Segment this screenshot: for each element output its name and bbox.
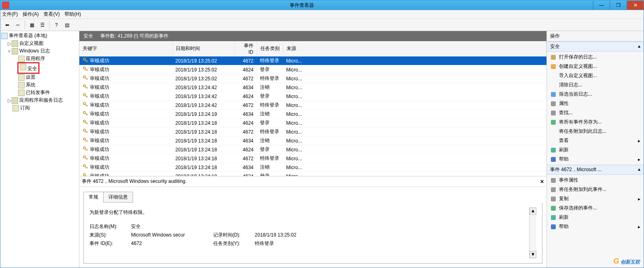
detail-log-name-label: 日志名称(M): bbox=[89, 223, 130, 230]
action-item[interactable]: 导入自定义视图... bbox=[547, 71, 644, 80]
actions-section-event[interactable]: 事件 4672，Microsoft ...▴ bbox=[547, 165, 644, 175]
table-row[interactable]: 审核成功2018/1/19 13:24:424624登录Micro... bbox=[79, 92, 546, 101]
maximize-button[interactable]: ❐ bbox=[610, 1, 627, 10]
tree-security-highlighted[interactable]: 安全 bbox=[18, 63, 39, 73]
tree-forwarded[interactable]: 已转发事件 bbox=[26, 89, 50, 96]
action-label: 帮助 bbox=[559, 223, 569, 230]
key-icon bbox=[83, 75, 88, 81]
open-icon bbox=[550, 54, 557, 61]
twisty-icon[interactable]: ▿ bbox=[7, 48, 12, 54]
col-source[interactable]: 来源 bbox=[283, 41, 546, 57]
scroll-up-icon[interactable]: ▲ bbox=[530, 207, 536, 215]
table-row[interactable]: 审核成功2018/1/19 13:24:184624登录Micro... bbox=[79, 119, 546, 128]
action-label: 打开保存的日志... bbox=[559, 54, 597, 61]
close-button[interactable]: ✕ bbox=[627, 1, 644, 10]
tab-general[interactable]: 常规 bbox=[83, 192, 104, 203]
action-item[interactable]: 帮助▸ bbox=[547, 222, 644, 231]
action-item[interactable]: 保存选择的事件... bbox=[547, 203, 644, 213]
key-icon bbox=[83, 173, 88, 176]
key-icon bbox=[83, 128, 88, 134]
properties-button[interactable]: ☰ bbox=[38, 21, 47, 29]
action-item[interactable]: 筛选当前日志... bbox=[547, 90, 644, 99]
table-row[interactable]: 审核成功2018/1/19 13:24:184634注销Micro... bbox=[79, 136, 546, 145]
col-category[interactable]: 任务类别 bbox=[257, 41, 283, 57]
action-label: 刷新 bbox=[559, 214, 569, 221]
show-tree-button[interactable]: ▦ bbox=[27, 21, 36, 29]
tree-subscriptions[interactable]: 订阅 bbox=[20, 105, 30, 111]
tree-windows-logs[interactable]: Windows 日志 bbox=[19, 48, 50, 54]
events-grid[interactable]: 关键字 日期和时间 事件 ID 任务类别 来源 审核成功2018/1/19 13… bbox=[79, 41, 546, 176]
action-item[interactable]: 刷新 bbox=[547, 213, 644, 222]
scroll-down-icon[interactable]: ▼ bbox=[530, 251, 536, 258]
action-item[interactable]: 刷新 bbox=[547, 145, 644, 155]
action-label: 查看 bbox=[559, 137, 569, 144]
table-row[interactable]: 审核成功2018/1/19 13:24:424672特殊登录Micro... bbox=[79, 101, 546, 110]
action-label: 属性 bbox=[559, 100, 569, 107]
svg-rect-20 bbox=[551, 111, 556, 115]
col-event-id[interactable]: 事件 ID bbox=[235, 41, 257, 57]
menu-action[interactable]: 操作(A) bbox=[23, 11, 39, 18]
action-label: 将所有事件另存为... bbox=[559, 119, 602, 126]
refresh-button[interactable]: ▤ bbox=[62, 21, 71, 29]
actions-pane: 操作 安全▴ 打开保存的日志...创建自定义视图...导入自定义视图...清除日… bbox=[547, 31, 644, 268]
action-item[interactable]: 创建自定义视图... bbox=[547, 62, 644, 71]
back-button[interactable]: ⬅ bbox=[3, 21, 12, 29]
detail-scrollbar[interactable]: ▲ ▼ bbox=[529, 207, 536, 258]
twisty-icon[interactable]: ▷ bbox=[7, 41, 12, 46]
table-row[interactable]: 审核成功2018/1/19 13:24:424634注销Micro... bbox=[79, 83, 546, 92]
action-item[interactable]: 将任务附加到此日志... bbox=[547, 127, 644, 136]
scroll-track[interactable] bbox=[530, 215, 536, 251]
minimize-button[interactable]: — bbox=[593, 1, 610, 10]
help-icon bbox=[550, 224, 557, 230]
tree-apps-services[interactable]: 应用程序和服务日志 bbox=[19, 97, 63, 104]
navigation-tree[interactable]: 事件查看器 (本地) ▷自定义视图 ▿Windows 日志 应用程序 安全 设置… bbox=[0, 31, 79, 268]
svg-rect-27 bbox=[551, 206, 556, 211]
titlebar: 事件查看器 — ❐ ✕ bbox=[0, 0, 644, 10]
table-row[interactable]: 审核成功2018/1/19 13:24:184634注销Micro... bbox=[79, 163, 546, 172]
detail-event-id-label: 事件 ID(E): bbox=[89, 240, 130, 247]
tab-details[interactable]: 详细信息 bbox=[103, 192, 133, 203]
action-item[interactable]: 事件属性 bbox=[547, 176, 644, 185]
action-item[interactable]: 清除日志... bbox=[547, 80, 644, 90]
action-item[interactable]: 将所有事件另存为... bbox=[547, 117, 644, 127]
table-row[interactable]: 审核成功2018/1/19 13:24:184624登录Micro... bbox=[79, 172, 546, 177]
tree-application[interactable]: 应用程序 bbox=[26, 55, 45, 62]
twisty-icon[interactable]: ▷ bbox=[7, 98, 12, 103]
table-row[interactable]: 审核成功2018/1/19 13:24:194634注销Micro... bbox=[79, 110, 546, 119]
table-row[interactable]: 审核成功2018/1/19 13:24:184672特殊登录Micro... bbox=[79, 154, 546, 163]
tree-root[interactable]: 事件查看器 (本地) bbox=[9, 32, 47, 39]
menu-view[interactable]: 查看(V) bbox=[44, 11, 60, 18]
table-row[interactable]: 审核成功2018/1/19 13:25:024624登录Micro... bbox=[79, 65, 546, 74]
detail-close-button[interactable]: ✕ bbox=[540, 179, 544, 184]
chevron-right-icon: ▸ bbox=[638, 196, 640, 202]
table-row[interactable]: 审核成功2018/1/19 13:25:024672特殊登录Micro... bbox=[79, 74, 546, 83]
col-keyword[interactable]: 关键字 bbox=[79, 41, 172, 57]
detail-body: 为新登录分配了特殊权限。 日志名称(M): 安全 来源(S): Microsof… bbox=[83, 203, 542, 264]
action-label: 筛选当前日志... bbox=[559, 91, 592, 98]
action-item[interactable]: 复制▸ bbox=[547, 194, 644, 203]
menu-file[interactable]: 文件(F) bbox=[2, 11, 18, 18]
col-datetime[interactable]: 日期和时间 bbox=[172, 41, 235, 57]
tree-security: 安全 bbox=[27, 66, 37, 71]
help-button[interactable]: ? bbox=[52, 21, 61, 29]
help-icon bbox=[550, 156, 557, 163]
menu-help[interactable]: 帮助(H) bbox=[64, 11, 81, 18]
action-label: 查找... bbox=[559, 109, 573, 116]
action-item[interactable]: 查看▸ bbox=[547, 136, 644, 145]
action-item[interactable]: 将任务附加到此事件... bbox=[547, 185, 644, 194]
log-icon bbox=[18, 90, 25, 96]
table-row[interactable]: 审核成功2018/1/19 13:24:184624登录Micro... bbox=[79, 145, 546, 154]
actions-section-security[interactable]: 安全▴ bbox=[547, 42, 644, 52]
action-item[interactable]: 帮助▸ bbox=[547, 155, 644, 164]
action-item[interactable]: 打开保存的日志... bbox=[547, 52, 644, 62]
tree-setup[interactable]: 设置 bbox=[26, 74, 35, 81]
action-item[interactable]: 属性 bbox=[547, 99, 644, 108]
forward-button[interactable]: ➡ bbox=[13, 21, 22, 29]
key-icon bbox=[83, 102, 88, 107]
chevron-right-icon: ▸ bbox=[638, 224, 640, 230]
table-row[interactable]: 审核成功2018/1/19 13:24:184672特殊登录Micro... bbox=[79, 128, 546, 136]
tree-system[interactable]: 系统 bbox=[26, 82, 35, 88]
table-row[interactable]: 审核成功2018/1/19 13:25:024672特殊登录Micro... bbox=[79, 57, 546, 65]
action-item[interactable]: 查找... bbox=[547, 108, 644, 117]
tree-custom-views[interactable]: 自定义视图 bbox=[19, 40, 44, 47]
